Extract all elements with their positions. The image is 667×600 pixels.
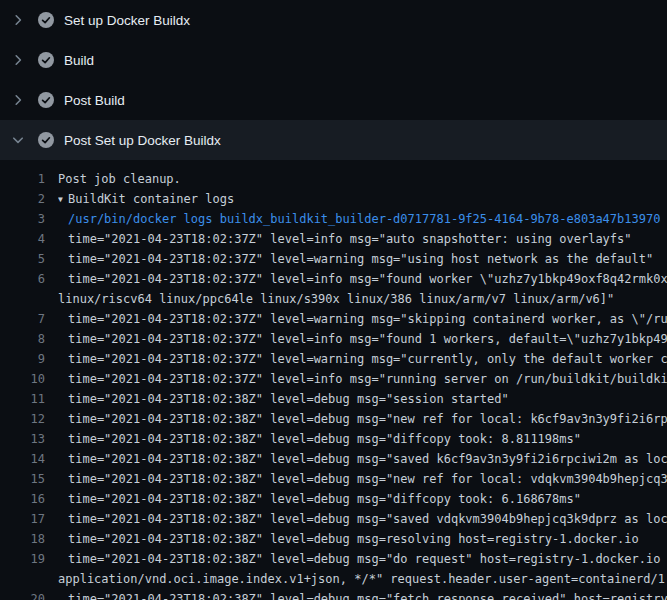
log-row: 11 time="2021-04-23T18:02:38Z" level=deb… — [0, 389, 667, 409]
log-text: time="2021-04-23T18:02:38Z" level=debug … — [68, 389, 509, 409]
line-number — [0, 289, 45, 309]
line-number[interactable]: 12 — [0, 409, 45, 429]
actions-log-viewer: Set up Docker Buildx Build Post Build Po… — [0, 0, 667, 600]
log-text: time="2021-04-23T18:02:38Z" level=debug … — [68, 449, 667, 469]
log-text: time="2021-04-23T18:02:38Z" level=debug … — [68, 529, 639, 549]
line-number[interactable]: 6 — [0, 269, 45, 289]
chevron-right-icon — [10, 52, 26, 68]
step-row[interactable]: Build — [0, 40, 667, 80]
line-number[interactable]: 7 — [0, 309, 45, 329]
line-number[interactable]: 3 — [0, 209, 45, 229]
log-text: linux/riscv64 linux/ppc64le linux/s390x … — [58, 289, 614, 309]
chevron-right-icon — [10, 12, 26, 28]
step-label: Build — [64, 53, 94, 68]
log-row: 1 Post job cleanup. — [0, 169, 667, 189]
log-text: application/vnd.oci.image.index.v1+json,… — [58, 569, 667, 589]
chevron-right-icon — [10, 92, 26, 108]
log-text: time="2021-04-23T18:02:38Z" level=debug … — [68, 429, 581, 449]
line-number[interactable]: 20 — [0, 589, 45, 600]
line-number[interactable]: 1 — [0, 169, 45, 189]
log-text: time="2021-04-23T18:02:38Z" level=debug … — [68, 469, 667, 489]
line-number — [0, 569, 45, 589]
log-row: 3 /usr/bin/docker logs buildx_buildkit_b… — [0, 209, 667, 229]
log-row: 6 time="2021-04-23T18:02:37Z" level=info… — [0, 269, 667, 289]
line-number[interactable]: 15 — [0, 469, 45, 489]
line-number[interactable]: 8 — [0, 329, 45, 349]
chevron-right-icon — [10, 52, 26, 68]
log-row: linux/riscv64 linux/ppc64le linux/s390x … — [0, 289, 667, 309]
chevron-down-icon — [10, 132, 26, 148]
log-row: 7 time="2021-04-23T18:02:37Z" level=warn… — [0, 309, 667, 329]
log-row: 10 time="2021-04-23T18:02:37Z" level=inf… — [0, 369, 667, 389]
step-list: Set up Docker Buildx Build Post Build Po… — [0, 0, 667, 160]
log-row: 18 time="2021-04-23T18:02:38Z" level=deb… — [0, 529, 667, 549]
log-row: 20 time="2021-04-23T18:02:38Z" level=deb… — [0, 589, 667, 600]
chevron-down-icon — [10, 132, 26, 148]
line-number[interactable]: 2 — [0, 189, 45, 209]
step-label: Post Set up Docker Buildx — [64, 133, 221, 148]
log-text: Post job cleanup. — [58, 169, 181, 189]
step-label: Set up Docker Buildx — [64, 13, 190, 28]
line-number[interactable]: 9 — [0, 349, 45, 369]
step-row[interactable]: Post Set up Docker Buildx — [0, 120, 667, 160]
log-text: time="2021-04-23T18:02:38Z" level=debug … — [68, 589, 667, 600]
log-row: 15 time="2021-04-23T18:02:38Z" level=deb… — [0, 469, 667, 489]
line-number[interactable]: 11 — [0, 389, 45, 409]
check-circle-icon — [38, 12, 54, 28]
command-text: /usr/bin/docker logs buildx_buildkit_bui… — [68, 209, 660, 229]
check-circle-icon — [38, 52, 54, 68]
step-row[interactable]: Set up Docker Buildx — [0, 0, 667, 40]
log-group-toggle[interactable]: ▼BuildKit container logs — [58, 189, 234, 209]
collapse-triangle-icon[interactable]: ▼ — [58, 190, 68, 209]
log-row: 8 time="2021-04-23T18:02:37Z" level=info… — [0, 329, 667, 349]
log-row: 12 time="2021-04-23T18:02:38Z" level=deb… — [0, 409, 667, 429]
check-circle-icon — [38, 92, 54, 108]
line-number[interactable]: 4 — [0, 229, 45, 249]
line-number[interactable]: 18 — [0, 529, 45, 549]
log-row: 5 time="2021-04-23T18:02:37Z" level=warn… — [0, 249, 667, 269]
log-text: time="2021-04-23T18:02:37Z" level=warnin… — [68, 249, 653, 269]
log-text: time="2021-04-23T18:02:37Z" level=info m… — [68, 269, 667, 289]
log-text: time="2021-04-23T18:02:37Z" level=info m… — [68, 329, 667, 349]
log-row: 14 time="2021-04-23T18:02:38Z" level=deb… — [0, 449, 667, 469]
line-number[interactable]: 16 — [0, 489, 45, 509]
log-row: 4 time="2021-04-23T18:02:37Z" level=info… — [0, 229, 667, 249]
log-row: 2 ▼BuildKit container logs — [0, 189, 667, 209]
log-text: time="2021-04-23T18:02:38Z" level=debug … — [68, 409, 667, 429]
log-area: 1 Post job cleanup. 2 ▼BuildKit containe… — [0, 160, 667, 600]
line-number[interactable]: 14 — [0, 449, 45, 469]
log-row: application/vnd.oci.image.index.v1+json,… — [0, 569, 667, 589]
log-text: time="2021-04-23T18:02:37Z" level=warnin… — [68, 309, 667, 329]
line-number[interactable]: 19 — [0, 549, 45, 569]
log-row: 9 time="2021-04-23T18:02:37Z" level=warn… — [0, 349, 667, 369]
log-text: time="2021-04-23T18:02:38Z" level=debug … — [68, 549, 667, 569]
line-number[interactable]: 13 — [0, 429, 45, 449]
check-circle-icon — [38, 132, 54, 148]
chevron-right-icon — [10, 12, 26, 28]
log-row: 16 time="2021-04-23T18:02:38Z" level=deb… — [0, 489, 667, 509]
log-text: time="2021-04-23T18:02:37Z" level=warnin… — [68, 349, 667, 369]
line-number[interactable]: 17 — [0, 509, 45, 529]
log-text: time="2021-04-23T18:02:37Z" level=info m… — [68, 369, 667, 389]
log-row: 13 time="2021-04-23T18:02:38Z" level=deb… — [0, 429, 667, 449]
log-text: time="2021-04-23T18:02:37Z" level=info m… — [68, 229, 632, 249]
log-row: 19 time="2021-04-23T18:02:38Z" level=deb… — [0, 549, 667, 569]
step-label: Post Build — [64, 93, 125, 108]
log-row: 17 time="2021-04-23T18:02:38Z" level=deb… — [0, 509, 667, 529]
line-number[interactable]: 10 — [0, 369, 45, 389]
log-text: time="2021-04-23T18:02:38Z" level=debug … — [68, 509, 667, 529]
log-text: time="2021-04-23T18:02:38Z" level=debug … — [68, 489, 581, 509]
step-row[interactable]: Post Build — [0, 80, 667, 120]
chevron-right-icon — [10, 92, 26, 108]
line-number[interactable]: 5 — [0, 249, 45, 269]
